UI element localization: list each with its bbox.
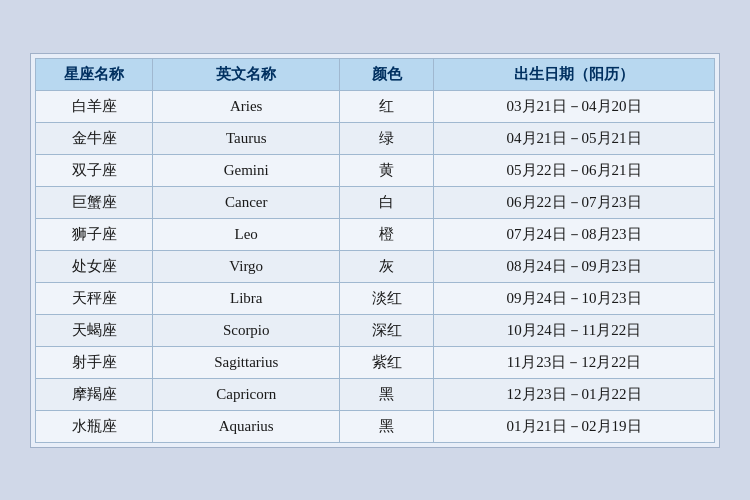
cell-english: Gemini [153,154,340,186]
cell-english: Aries [153,90,340,122]
table-row: 水瓶座Aquarius黑01月21日－02月19日 [36,410,715,442]
cell-color: 淡红 [340,282,434,314]
cell-date: 11月23日－12月22日 [434,346,715,378]
cell-english: Scorpio [153,314,340,346]
cell-chinese: 白羊座 [36,90,153,122]
table-row: 巨蟹座Cancer白06月22日－07月23日 [36,186,715,218]
cell-chinese: 水瓶座 [36,410,153,442]
cell-date: 12月23日－01月22日 [434,378,715,410]
header-date: 出生日期（阳历） [434,58,715,90]
cell-english: Sagittarius [153,346,340,378]
table-row: 金牛座Taurus绿04月21日－05月21日 [36,122,715,154]
table-row: 射手座Sagittarius紫红11月23日－12月22日 [36,346,715,378]
cell-chinese: 摩羯座 [36,378,153,410]
cell-date: 07月24日－08月23日 [434,218,715,250]
cell-date: 06月22日－07月23日 [434,186,715,218]
cell-color: 黑 [340,378,434,410]
table-row: 天秤座Libra淡红09月24日－10月23日 [36,282,715,314]
cell-english: Taurus [153,122,340,154]
cell-color: 绿 [340,122,434,154]
cell-date: 01月21日－02月19日 [434,410,715,442]
table-row: 摩羯座Capricorn黑12月23日－01月22日 [36,378,715,410]
cell-english: Capricorn [153,378,340,410]
cell-color: 黄 [340,154,434,186]
cell-color: 灰 [340,250,434,282]
cell-date: 05月22日－06月21日 [434,154,715,186]
cell-date: 09月24日－10月23日 [434,282,715,314]
zodiac-table: 星座名称 英文名称 颜色 出生日期（阳历） 白羊座Aries红03月21日－04… [35,58,715,443]
cell-chinese: 双子座 [36,154,153,186]
cell-color: 红 [340,90,434,122]
cell-english: Virgo [153,250,340,282]
cell-chinese: 金牛座 [36,122,153,154]
cell-chinese: 天蝎座 [36,314,153,346]
cell-english: Libra [153,282,340,314]
cell-chinese: 天秤座 [36,282,153,314]
cell-chinese: 射手座 [36,346,153,378]
cell-chinese: 处女座 [36,250,153,282]
table-row: 双子座Gemini黄05月22日－06月21日 [36,154,715,186]
table-row: 白羊座Aries红03月21日－04月20日 [36,90,715,122]
table-row: 处女座Virgo灰08月24日－09月23日 [36,250,715,282]
cell-color: 白 [340,186,434,218]
cell-color: 黑 [340,410,434,442]
cell-english: Leo [153,218,340,250]
header-chinese: 星座名称 [36,58,153,90]
cell-date: 08月24日－09月23日 [434,250,715,282]
cell-english: Cancer [153,186,340,218]
cell-color: 紫红 [340,346,434,378]
cell-english: Aquarius [153,410,340,442]
cell-date: 04月21日－05月21日 [434,122,715,154]
table-row: 狮子座Leo橙07月24日－08月23日 [36,218,715,250]
header-color: 颜色 [340,58,434,90]
table-header-row: 星座名称 英文名称 颜色 出生日期（阳历） [36,58,715,90]
cell-chinese: 巨蟹座 [36,186,153,218]
table-row: 天蝎座Scorpio深红10月24日－11月22日 [36,314,715,346]
cell-chinese: 狮子座 [36,218,153,250]
cell-date: 10月24日－11月22日 [434,314,715,346]
zodiac-table-container: 星座名称 英文名称 颜色 出生日期（阳历） 白羊座Aries红03月21日－04… [30,53,720,448]
cell-date: 03月21日－04月20日 [434,90,715,122]
cell-color: 深红 [340,314,434,346]
cell-color: 橙 [340,218,434,250]
header-english: 英文名称 [153,58,340,90]
